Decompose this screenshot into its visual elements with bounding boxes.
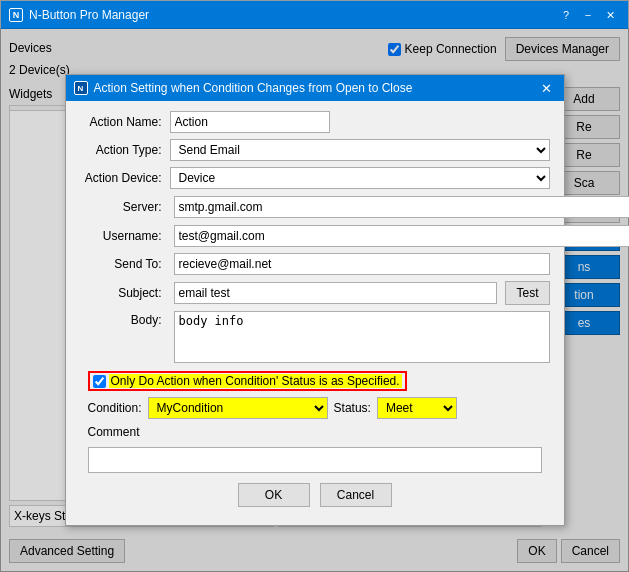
action-device-control: Device xyxy=(170,167,550,189)
main-window: N N-Button Pro Manager ? − ✕ Devices Kee… xyxy=(0,0,629,572)
action-type-control: Send Email xyxy=(170,139,550,161)
body-textarea[interactable]: body info xyxy=(174,311,550,363)
action-setting-dialog: N Action Setting when Condition Changes … xyxy=(65,74,565,526)
dialog-app-icon: N xyxy=(74,81,88,95)
comment-label: Comment xyxy=(88,425,148,439)
only-do-action-row: Only Do Action when Condition' Status is… xyxy=(80,371,550,391)
title-bar-controls: ? − ✕ xyxy=(556,7,620,23)
condition-label: Condition: xyxy=(88,401,142,415)
action-device-select[interactable]: Device xyxy=(170,167,550,189)
server-row: Server: Port: Using SSL Using Gmail xyxy=(80,195,550,219)
window-title: N-Button Pro Manager xyxy=(29,8,149,22)
status-label: Status: xyxy=(334,401,371,415)
minimize-button[interactable]: − xyxy=(578,7,598,23)
sendto-row: Send To: xyxy=(80,253,550,275)
username-label: Username: xyxy=(80,229,170,243)
dialog-ok-cancel: OK Cancel xyxy=(80,479,550,515)
server-input[interactable] xyxy=(174,196,630,218)
dialog-overlay: N Action Setting when Condition Changes … xyxy=(0,28,629,572)
help-button[interactable]: ? xyxy=(556,7,576,23)
username-input[interactable] xyxy=(174,225,630,247)
server-label: Server: xyxy=(80,200,170,214)
body-label: Body: xyxy=(80,311,170,327)
action-type-row: Action Type: Send Email xyxy=(80,139,550,161)
action-name-row: Action Name: xyxy=(80,111,550,133)
dialog-body: Action Name: Action Type: Send Email xyxy=(66,101,564,525)
user-pass-row: Username: Password: xyxy=(80,225,550,247)
sendto-label: Send To: xyxy=(80,257,170,271)
close-button[interactable]: ✕ xyxy=(600,7,620,23)
title-bar: N N-Button Pro Manager ? − ✕ xyxy=(1,1,628,29)
condition-select[interactable]: MyCondition xyxy=(148,397,328,419)
action-name-input[interactable] xyxy=(170,111,330,133)
action-type-select[interactable]: Send Email xyxy=(170,139,550,161)
action-device-row: Action Device: Device xyxy=(80,167,550,189)
body-row: Body: body info xyxy=(80,311,550,363)
action-device-label: Action Device: xyxy=(80,171,170,185)
dialog-title: Action Setting when Condition Changes fr… xyxy=(94,81,413,95)
only-do-action-checkbox[interactable] xyxy=(93,375,106,388)
test-button[interactable]: Test xyxy=(505,281,549,305)
action-name-label: Action Name: xyxy=(80,115,170,129)
subject-row: Subject: Test xyxy=(80,281,550,305)
comment-input[interactable] xyxy=(88,447,542,473)
dialog-cancel-button[interactable]: Cancel xyxy=(320,483,392,507)
dialog-close-button[interactable]: ✕ xyxy=(538,80,556,96)
comment-row: Comment xyxy=(80,425,550,439)
subject-label: Subject: xyxy=(80,286,170,300)
test-btn-col: Test xyxy=(505,281,549,305)
title-bar-left: N N-Button Pro Manager xyxy=(9,8,149,22)
dialog-title-bar: N Action Setting when Condition Changes … xyxy=(66,75,564,101)
dialog-title-left: N Action Setting when Condition Changes … xyxy=(74,81,413,95)
only-do-action-label: Only Do Action when Condition' Status is… xyxy=(109,374,402,388)
subject-input[interactable] xyxy=(174,282,498,304)
sendto-input[interactable] xyxy=(174,253,550,275)
status-select[interactable]: Meet xyxy=(377,397,457,419)
cond-status-row: Condition: MyCondition Status: Meet xyxy=(80,397,550,419)
app-icon: N xyxy=(9,8,23,22)
action-name-control xyxy=(170,111,550,133)
comment-input-row xyxy=(80,447,550,479)
dialog-ok-button[interactable]: OK xyxy=(238,483,310,507)
action-type-label: Action Type: xyxy=(80,143,170,157)
only-do-action-check-border: Only Do Action when Condition' Status is… xyxy=(88,371,407,391)
